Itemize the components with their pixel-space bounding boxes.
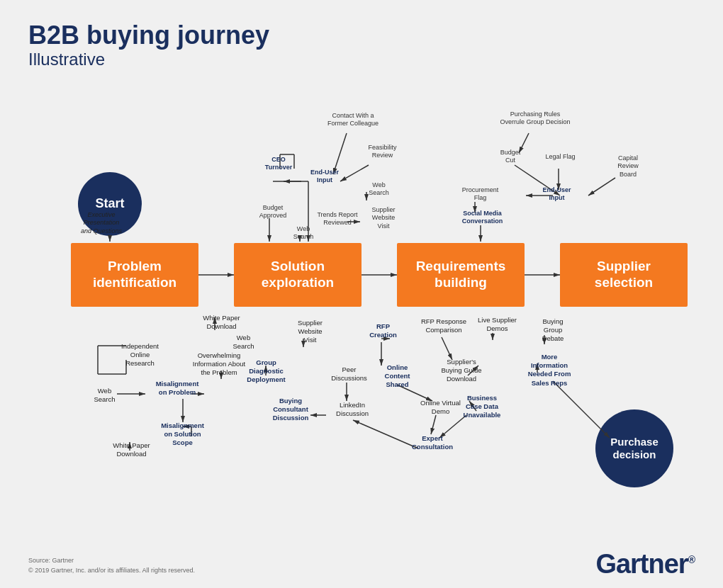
label-web-search-left: WebSearch — [85, 387, 124, 405]
start-label: Start — [95, 196, 124, 211]
label-procurement-flag: ProcurementFlag — [454, 186, 507, 203]
label-feasibility-review: FeasibilityReview — [356, 144, 409, 160]
main-container: B2B buying journey Illustrative Problemi… — [0, 0, 723, 588]
label-end-user-input-left: End-UserInput — [296, 169, 353, 185]
label-web-search-mid: WebSearch — [356, 181, 402, 198]
circle-purchase: Purchasedecision — [595, 409, 673, 487]
stage-supplier: Supplierselection — [560, 243, 688, 307]
label-contact-colleague: Contact With aFormer Colleague — [318, 112, 388, 128]
label-web-search-top: WebSearch — [282, 225, 325, 242]
title: B2B buying journey — [28, 21, 695, 50]
gartner-logo: Gartner® — [595, 549, 695, 579]
stage-solution: Solutionexploration — [234, 243, 362, 307]
label-buying-consultant: BuyingConsultantDiscussion — [262, 397, 319, 423]
diagram-area: Problemidentification Solutionexploratio… — [28, 77, 695, 544]
footer: Source: Gartner © 2019 Gartner, Inc. and… — [28, 556, 195, 575]
stage-problem: Problemidentification — [71, 243, 198, 307]
subtitle: Illustrative — [28, 50, 695, 69]
label-white-paper-bottom: White PaperDownload — [105, 441, 158, 459]
label-supplier-website-bottom: SupplierWebsiteVisit — [284, 319, 337, 345]
label-budget-approved: BudgetApproved — [248, 204, 298, 220]
label-capital-review: CapitalReviewBoard — [600, 154, 656, 179]
label-purchasing-rules: Purchasing RulesOverrule Group Decision — [489, 111, 581, 127]
label-legal-flag: Legal Flag — [537, 153, 583, 162]
source-label: Source: Gartner — [28, 556, 195, 566]
svg-line-41 — [431, 415, 436, 434]
stage-requirements: Requirementsbuilding — [397, 243, 525, 307]
label-rfp-creation: RFPCreation — [360, 322, 406, 340]
label-linkedin: LinkedInDiscussion — [327, 401, 377, 419]
label-web-search-bottom: WebSearch — [224, 334, 263, 351]
label-misalignment-problem: Misalignmenton Problem — [149, 380, 206, 397]
label-end-user-input-right: End-UserInput — [530, 186, 583, 203]
label-online-content: OnlineContentShared — [371, 363, 424, 390]
label-rfp-response: RFP ResponseComparison — [415, 317, 472, 335]
svg-line-43 — [442, 337, 452, 360]
gartner-registered: ® — [688, 554, 695, 565]
label-more-info: MoreInformationNeeded FromSales Reps — [514, 353, 585, 388]
label-white-paper-top: White PaperDownload — [195, 314, 248, 332]
label-social-media: Social MediaConversation — [452, 210, 512, 226]
label-group-diagnostic: GroupDiagnosticDeployment — [236, 358, 296, 385]
label-budget-cut: BudgetCut — [489, 149, 532, 165]
label-supplier-website-visit-top: SupplierWebsiteVisit — [359, 206, 408, 231]
svg-line-14 — [588, 178, 615, 196]
label-independent-research: IndependentOnlineResearch — [113, 342, 167, 368]
label-live-demos: Live SupplierDemos — [471, 316, 524, 334]
label-business-case: BusinessCase DataUnavailable — [450, 394, 514, 420]
exec-label: ExecutivePresentationand Questions — [69, 211, 133, 236]
gartner-text: Gartner — [595, 549, 688, 579]
label-peer-discussions: PeerDiscussions — [326, 366, 372, 383]
label-buying-group-debate: BuyingGroupDebate — [525, 317, 581, 344]
copyright-label: © 2019 Gartner, Inc. and/or its affiliat… — [28, 566, 195, 576]
label-expert-consultation: ExpertConsultation — [404, 434, 461, 452]
label-misalignment-solution: Misalignmenton SolutionScope — [152, 422, 213, 448]
label-buying-guide: Supplier'sBuying GuideDownload — [430, 358, 493, 384]
